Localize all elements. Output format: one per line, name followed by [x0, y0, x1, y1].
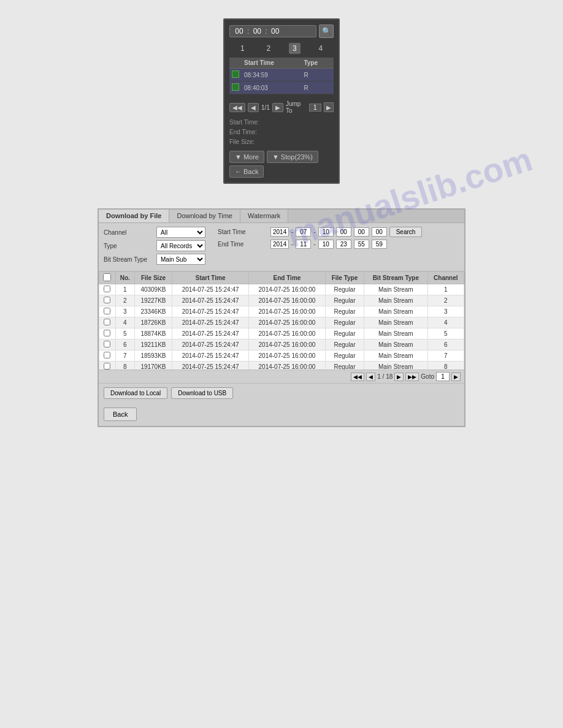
- row-checkbox-1[interactable]: [104, 297, 110, 303]
- end-day[interactable]: [318, 240, 334, 249]
- th-start-time: Start Time: [172, 272, 249, 284]
- start-month[interactable]: [296, 227, 311, 237]
- row-filesize-2: 23346KB: [134, 306, 172, 317]
- start-sec[interactable]: [372, 227, 387, 237]
- th-channel: Channel: [427, 272, 464, 284]
- start-day[interactable]: [318, 227, 334, 237]
- row-checkbox-6[interactable]: [104, 352, 110, 358]
- row-starttime-5: 2014-07-25 15:24:47: [172, 339, 249, 351]
- row-checkbox-2[interactable]: [104, 308, 110, 314]
- row-bitstream-3: Main Stream: [364, 317, 427, 328]
- row-channel-4: 5: [427, 328, 464, 339]
- row-filesize-3: 18726KB: [134, 317, 172, 328]
- row-endtime-5: 2014-07-25 16:00:00: [249, 339, 326, 351]
- table-last-btn[interactable]: ▶▶: [405, 373, 419, 381]
- more-button[interactable]: ▼ More: [229, 151, 264, 163]
- table-goto-btn[interactable]: ▶: [451, 373, 461, 381]
- row-channel-3: 4: [427, 317, 464, 328]
- table-prev-btn[interactable]: ◀: [366, 373, 375, 381]
- table-row[interactable]: 1 40309KB 2014-07-25 15:24:47 2014-07-25…: [99, 284, 464, 295]
- table-first-btn[interactable]: ◀◀: [351, 373, 364, 381]
- table-next-btn[interactable]: ▶: [394, 373, 404, 381]
- channel-tab-3[interactable]: 3: [289, 43, 301, 54]
- type-select[interactable]: All Records: [156, 240, 205, 251]
- end-hour[interactable]: [336, 240, 351, 249]
- end-month[interactable]: [296, 240, 311, 249]
- back-button[interactable]: ← Back: [229, 165, 264, 178]
- recording-row-1[interactable]: 08:40:03 R: [229, 82, 334, 94]
- rec-start-time-1: 08:40:03: [242, 82, 301, 94]
- start-hour[interactable]: [336, 227, 351, 237]
- row-filesize-6: 18593KB: [134, 351, 172, 362]
- bitstream-select[interactable]: Main Sub: [156, 254, 205, 265]
- row-endtime-2: 2014-07-25 16:00:00: [249, 306, 326, 317]
- channel-tabs: 1 2 3 4: [229, 43, 334, 54]
- stop-label: Stop(23%): [281, 153, 313, 161]
- prev-page-button[interactable]: ◀: [248, 103, 259, 112]
- row-filetype-4: Regular: [325, 328, 364, 339]
- bottom-search-button[interactable]: Search: [389, 227, 423, 237]
- table-row[interactable]: 5 18874KB 2014-07-25 15:24:47 2014-07-25…: [99, 328, 464, 339]
- rec-checkbox-1[interactable]: [232, 83, 239, 91]
- row-checkbox-7[interactable]: [104, 363, 110, 370]
- start-year[interactable]: [270, 227, 289, 237]
- tab-download-by-file[interactable]: Download by File: [99, 210, 169, 222]
- row-no-5: 6: [115, 339, 134, 351]
- row-bitstream-0: Main Stream: [364, 284, 427, 295]
- row-endtime-6: 2014-07-25 16:00:00: [249, 351, 326, 362]
- end-min[interactable]: [354, 240, 369, 249]
- tab-watermark[interactable]: Watermark: [240, 210, 288, 222]
- file-info: Start Time: End Time: File Size:: [229, 116, 334, 148]
- table-row[interactable]: 3 23346KB 2014-07-25 15:24:47 2014-07-25…: [99, 306, 464, 317]
- jump-to-input[interactable]: [309, 104, 321, 112]
- stop-button[interactable]: ▼ Stop(23%): [267, 151, 318, 163]
- panel-back-button[interactable]: Back: [104, 408, 137, 421]
- download-local-button[interactable]: Download to Local: [104, 387, 167, 399]
- row-starttime-4: 2014-07-25 15:24:47: [172, 328, 249, 339]
- table-goto-input[interactable]: [436, 372, 450, 381]
- rec-checkbox-0[interactable]: [232, 70, 239, 78]
- bitstream-label: Bit Stream Type: [104, 256, 153, 263]
- channel-tab-4[interactable]: 4: [315, 43, 326, 54]
- minutes-input[interactable]: [250, 27, 264, 36]
- row-bitstream-6: Main Stream: [364, 351, 427, 362]
- hours-input[interactable]: [232, 27, 246, 36]
- row-checkbox-5[interactable]: [104, 341, 110, 347]
- next-page-button[interactable]: ▶: [272, 103, 283, 112]
- start-min[interactable]: [354, 227, 369, 237]
- table-row[interactable]: 2 19227KB 2014-07-25 15:24:47 2014-07-25…: [99, 295, 464, 306]
- row-no-1: 2: [115, 295, 134, 306]
- back-icon: ←: [235, 168, 242, 175]
- download-usb-button[interactable]: Download to USB: [171, 387, 233, 399]
- recording-row-0[interactable]: 08:34:59 R: [229, 69, 334, 82]
- more-label: More: [243, 153, 259, 161]
- end-sec[interactable]: [372, 240, 387, 249]
- seconds-input[interactable]: [269, 27, 282, 36]
- table-row[interactable]: 4 18726KB 2014-07-25 15:24:47 2014-07-25…: [99, 317, 464, 328]
- time-search-button[interactable]: 🔍: [319, 25, 334, 38]
- table-goto-label: Goto: [421, 373, 434, 380]
- end-year[interactable]: [270, 240, 289, 249]
- start-time-row: Start Time - - Search: [218, 227, 422, 237]
- download-table: No. File Size Start Time End Time File T…: [99, 271, 464, 370]
- row-starttime-2: 2014-07-25 15:24:47: [172, 306, 249, 317]
- tab-download-by-time[interactable]: Download by Time: [169, 210, 240, 222]
- first-page-button[interactable]: ◀◀: [229, 103, 245, 112]
- channel-tab-2[interactable]: 2: [262, 43, 274, 54]
- row-checkbox-4[interactable]: [104, 330, 110, 336]
- channel-tab-1[interactable]: 1: [237, 43, 248, 54]
- time-sep-2: :: [265, 27, 267, 36]
- jump-go-button[interactable]: ▶: [324, 102, 334, 112]
- row-no-0: 1: [115, 284, 134, 295]
- channel-select[interactable]: All: [156, 227, 205, 238]
- channel-label: Channel: [104, 229, 153, 236]
- table-row[interactable]: 7 18593KB 2014-07-25 15:24:47 2014-07-25…: [99, 351, 464, 362]
- row-checkbox-3[interactable]: [104, 319, 110, 325]
- row-checkbox-0[interactable]: [104, 286, 110, 292]
- data-table-container: No. File Size Start Time End Time File T…: [99, 271, 464, 370]
- table-row[interactable]: 6 19211KB 2014-07-25 15:24:47 2014-07-25…: [99, 339, 464, 351]
- table-page-info: 1 / 18: [377, 373, 393, 380]
- table-row[interactable]: 8 19170KB 2014-07-25 15:24:47 2014-07-25…: [99, 362, 464, 370]
- select-all-checkbox[interactable]: [103, 273, 111, 281]
- row-filesize-5: 19211KB: [134, 339, 172, 351]
